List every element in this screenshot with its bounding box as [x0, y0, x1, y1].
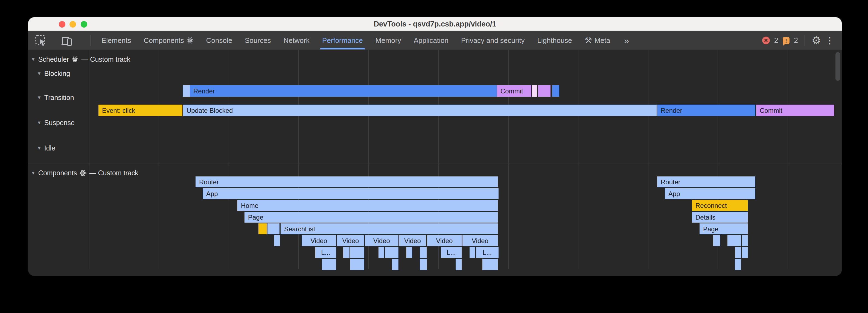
collapse-triangle-icon[interactable]: ▼	[37, 120, 41, 126]
flame-bar-details[interactable]: Details	[692, 212, 748, 222]
gridline	[159, 50, 159, 269]
performance-timeline: ▼Scheduler— Custom track▼Blocking▼Transi…	[28, 50, 842, 276]
flame-bar-reconnect[interactable]: Reconnect	[692, 200, 748, 211]
toolbar-divider	[91, 35, 91, 46]
tab-sources[interactable]: Sources	[245, 31, 271, 50]
lane-label-suspense[interactable]: ▼Suspense	[37, 119, 75, 127]
vertical-scrollbar[interactable]	[835, 52, 840, 81]
flame-bar-video[interactable]: Video	[365, 235, 398, 246]
flame-bar-commit[interactable]: Commit	[756, 105, 834, 116]
flame-bar-render[interactable]: Render	[190, 85, 497, 97]
track-header-scheduler[interactable]: ▼Scheduler— Custom track	[31, 56, 130, 63]
tab-lighthouse[interactable]: Lighthouse	[537, 31, 572, 50]
settings-gear-icon[interactable]: ⚙	[812, 31, 821, 50]
tab-performance[interactable]: Performance	[322, 31, 363, 50]
device-toolbar-icon[interactable]	[60, 34, 72, 46]
tab-label: Privacy and security	[461, 31, 525, 50]
flame-bar[interactable]	[532, 85, 537, 97]
flame-bar[interactable]	[274, 235, 280, 246]
collapse-triangle-icon[interactable]: ▼	[31, 57, 36, 62]
lane-label-text: Idle	[44, 144, 55, 152]
tab-elements[interactable]: Elements	[101, 31, 131, 50]
tab-privacy-and-security[interactable]: Privacy and security	[461, 31, 525, 50]
lane-label-blocking[interactable]: ▼Blocking	[37, 70, 70, 77]
flame-bar[interactable]	[350, 247, 364, 258]
flame-bar[interactable]	[183, 85, 190, 97]
react-atom-icon	[72, 56, 79, 63]
flame-bar[interactable]	[343, 247, 349, 258]
gridline	[89, 50, 89, 269]
react-atom-icon	[80, 170, 87, 176]
more-options-icon[interactable]: ⋮	[825, 35, 834, 46]
tab-memory[interactable]: Memory	[375, 31, 401, 50]
flame-bar[interactable]	[420, 247, 427, 258]
flame-bar[interactable]	[538, 85, 551, 97]
flame-bar-app[interactable]: App	[203, 188, 499, 199]
flame-bar-update-blocked[interactable]: Update Blocked	[183, 105, 657, 116]
tab-meta[interactable]: ⚒Meta	[585, 31, 610, 50]
flame-bar[interactable]	[727, 235, 741, 246]
collapse-triangle-icon[interactable]: ▼	[37, 95, 41, 101]
tab-label: Performance	[322, 31, 363, 50]
tab-components[interactable]: Components	[144, 31, 193, 50]
flame-bar[interactable]	[456, 259, 462, 270]
flame-bar-video[interactable]: Video	[399, 235, 426, 246]
error-count[interactable]: 2	[774, 36, 778, 45]
gridline	[787, 50, 788, 269]
flame-bar[interactable]	[322, 259, 336, 270]
flame-bar-searchlist[interactable]: SearchList	[281, 223, 498, 234]
flame-bar-router[interactable]: Router	[657, 176, 755, 187]
lane-label-text: Blocking	[44, 70, 70, 77]
flame-bar[interactable]	[406, 247, 412, 258]
lane-label-transition[interactable]: ▼Transition	[37, 94, 74, 102]
flame-bar-event-click[interactable]: Event: click	[98, 105, 182, 116]
flame-bar-home[interactable]: Home	[237, 200, 498, 211]
tab-application[interactable]: Application	[414, 31, 448, 50]
tab-label: »	[624, 31, 629, 50]
tab-label: Elements	[101, 31, 131, 50]
flame-bar-page[interactable]: Page	[245, 212, 498, 222]
track-header-components[interactable]: ▼Components— Custom track	[31, 169, 138, 177]
flame-bar[interactable]	[552, 85, 559, 97]
gridline	[578, 50, 579, 269]
flame-bar-l-[interactable]: L...	[476, 247, 499, 258]
flame-bar-video[interactable]: Video	[462, 235, 498, 246]
flame-bar-page[interactable]: Page	[700, 223, 748, 234]
flame-bar[interactable]	[385, 247, 398, 258]
flame-bar[interactable]	[483, 259, 498, 270]
tab-network[interactable]: Network	[284, 31, 310, 50]
flame-bar[interactable]	[268, 223, 279, 234]
flame-bar[interactable]	[470, 247, 475, 258]
flame-bar[interactable]	[258, 223, 267, 234]
lane-label-idle[interactable]: ▼Idle	[37, 144, 55, 152]
flame-bar-commit[interactable]: Commit	[497, 85, 531, 97]
tab-console[interactable]: Console	[206, 31, 232, 50]
flame-bar[interactable]	[735, 247, 741, 258]
flame-bar[interactable]	[378, 247, 384, 258]
flame-bar-app[interactable]: App	[665, 188, 755, 199]
flame-bar-router[interactable]: Router	[195, 176, 498, 187]
flame-bar[interactable]	[392, 259, 398, 270]
warning-count[interactable]: 2	[794, 36, 798, 45]
collapse-triangle-icon[interactable]: ▼	[37, 71, 41, 76]
flame-bar-render[interactable]: Render	[657, 105, 755, 116]
warning-count-icon[interactable]: !	[783, 37, 789, 44]
collapse-triangle-icon[interactable]: ▼	[31, 170, 36, 176]
flame-bar-video[interactable]: Video	[337, 235, 364, 246]
more-tabs[interactable]: »	[623, 31, 629, 50]
inspect-element-icon[interactable]	[35, 34, 47, 46]
flame-bar-l-[interactable]: L...	[315, 247, 336, 258]
flame-bar[interactable]	[742, 235, 748, 246]
flame-bar[interactable]	[742, 247, 748, 258]
tab-label: Components	[144, 31, 184, 50]
flame-bar[interactable]	[735, 259, 741, 270]
flame-bar[interactable]	[420, 259, 427, 270]
window-title: DevTools - qsvd7p.csb.app/video/1	[28, 17, 842, 31]
flame-bar[interactable]	[713, 235, 720, 246]
collapse-triangle-icon[interactable]: ▼	[37, 146, 41, 151]
flame-bar-video[interactable]: Video	[302, 235, 336, 246]
flame-bar[interactable]	[350, 259, 364, 270]
flame-bar-video[interactable]: Video	[427, 235, 462, 246]
flame-bar-l-[interactable]: L...	[441, 247, 462, 258]
error-count-icon[interactable]: ×	[762, 37, 770, 44]
